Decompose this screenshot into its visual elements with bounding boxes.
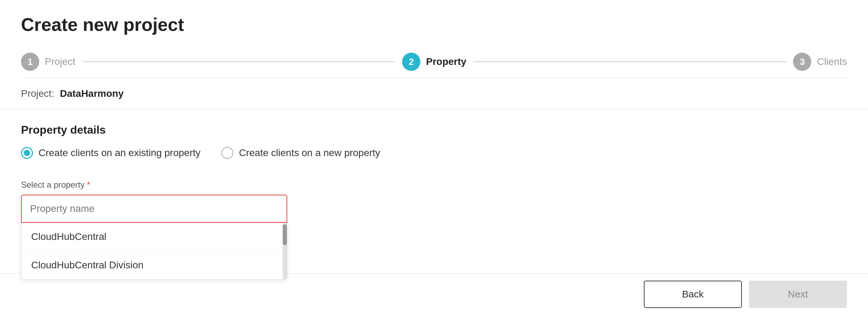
radio-new-outer (221, 147, 233, 159)
step-1: 1 Project (21, 53, 75, 71)
step-3-label: Clients (817, 56, 847, 67)
property-details-title: Property details (21, 123, 847, 136)
stepper-line-2 (473, 61, 786, 62)
radio-group: Create clients on an existing property C… (21, 147, 847, 159)
step-1-circle: 1 (21, 53, 39, 71)
radio-existing-inner (24, 150, 30, 156)
step-2-circle: 2 (402, 53, 420, 71)
project-info-label: Project: (21, 88, 54, 99)
property-details-section: Property details Create clients on an ex… (0, 109, 868, 180)
page-header: Create new project (0, 0, 868, 42)
dropdown-item-0[interactable]: CloudHubCentral (21, 223, 287, 251)
project-info: Project: DataHarmony (0, 78, 868, 109)
project-info-value: DataHarmony (60, 88, 124, 99)
step-2: 2 Property (402, 53, 466, 71)
required-star: * (87, 180, 90, 189)
step-1-label: Project (45, 56, 75, 67)
radio-new[interactable]: Create clients on a new property (221, 147, 380, 159)
step-2-label: Property (426, 56, 466, 67)
step-3: 3 Clients (793, 53, 847, 71)
property-dropdown: CloudHubCentral CloudHubCentral Division (21, 223, 287, 280)
page-title: Create new project (21, 14, 847, 35)
radio-new-label: Create clients on a new property (239, 147, 380, 159)
back-button[interactable]: Back (644, 281, 742, 308)
stepper-line-1 (82, 61, 395, 62)
radio-existing-label: Create clients on an existing property (39, 147, 200, 159)
radio-existing-outer (21, 147, 33, 159)
next-button[interactable]: Next (749, 281, 847, 308)
page-container: Create new project 1 Project 2 Property … (0, 0, 868, 315)
step-3-circle: 3 (793, 53, 811, 71)
property-name-input[interactable] (21, 195, 287, 223)
dropdown-scrollbar[interactable] (283, 223, 287, 279)
select-property-section: Select a property * CloudHubCentral Clou… (0, 180, 868, 223)
stepper: 1 Project 2 Property 3 Clients (0, 42, 868, 78)
property-input-wrapper: CloudHubCentral CloudHubCentral Division (21, 195, 287, 223)
dropdown-scroll-thumb (283, 224, 287, 245)
select-property-label: Select a property * (21, 180, 847, 190)
dropdown-item-1[interactable]: CloudHubCentral Division (21, 251, 287, 279)
radio-existing[interactable]: Create clients on an existing property (21, 147, 200, 159)
